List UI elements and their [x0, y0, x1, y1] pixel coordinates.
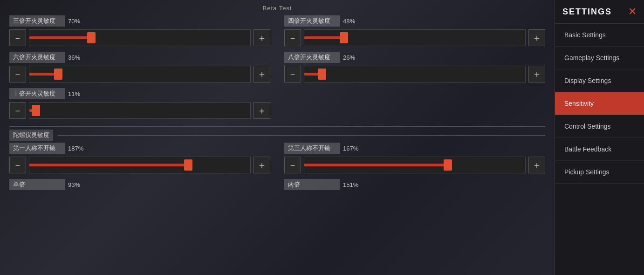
six-fire-track[interactable]: [29, 66, 251, 82]
quad-fire-plus[interactable]: ＋: [528, 29, 545, 46]
double-label: 两倍: [284, 179, 340, 190]
first-person-ns-minus[interactable]: －: [9, 157, 26, 173]
eight-fire-plus[interactable]: ＋: [528, 66, 545, 82]
triple-fire-minus[interactable]: －: [9, 29, 26, 46]
first-person-ns-track[interactable]: [29, 157, 251, 173]
first-person-ns-plus[interactable]: ＋: [253, 157, 270, 173]
third-person-ns-label: 第三人称不开镜: [284, 143, 340, 154]
gyro-divider: 陀螺仪灵敏度: [9, 126, 545, 141]
sidebar-item-control[interactable]: Control Settings: [555, 115, 644, 138]
eight-fire-value: 26%: [343, 54, 355, 61]
sidebar-item-sensitivity[interactable]: Sensitivity: [555, 92, 644, 115]
quad-fire-track[interactable]: [304, 29, 526, 46]
setting-eight-fire: 八倍开火灵敏度 26% － ＋: [284, 52, 545, 82]
setting-first-person-no-scope: 第一人称不开镜 187% － ＋: [9, 143, 270, 173]
triple-fire-track[interactable]: [29, 29, 251, 46]
sidebar-item-pickup[interactable]: Pickup Settings: [555, 161, 644, 184]
gyro-label: 陀螺仪灵敏度: [9, 130, 53, 141]
sidebar-item-basic[interactable]: Basic Settings: [555, 24, 644, 47]
double-value: 151%: [343, 181, 358, 188]
sidebar-item-battle[interactable]: Battle Feedback: [555, 138, 644, 161]
quad-fire-minus[interactable]: －: [284, 29, 301, 46]
ten-fire-value: 11%: [68, 90, 80, 97]
triple-fire-label: 三倍开火灵敏度: [9, 15, 65, 27]
setting-six-fire: 六倍开火灵敏度 36% － ＋: [9, 52, 270, 82]
sidebar-item-display[interactable]: Display Settings: [555, 69, 644, 92]
eight-fire-label: 八倍开火灵敏度: [284, 52, 340, 63]
six-fire-minus[interactable]: －: [9, 66, 26, 82]
ten-fire-plus[interactable]: ＋: [253, 102, 270, 119]
third-person-ns-value: 167%: [343, 145, 358, 152]
ten-fire-minus[interactable]: －: [9, 102, 26, 119]
close-icon[interactable]: ✕: [628, 6, 637, 18]
setting-single: 单倍 93%: [9, 179, 270, 193]
eight-fire-minus[interactable]: －: [284, 66, 301, 82]
quad-fire-value: 48%: [343, 18, 355, 25]
sidebar-item-gameplay[interactable]: Gameplay Settings: [555, 47, 644, 69]
setting-quad-fire: 四倍开火灵敏度 48% － ＋: [284, 15, 545, 46]
beta-test-label: Beta Test: [9, 5, 545, 12]
main-content: Beta Test 三倍开火灵敏度 70% － ＋ 四倍开火灵敏度 48%: [0, 0, 555, 275]
sidebar-title: SETTINGS: [562, 7, 612, 17]
ten-fire-label: 十倍开火灵敏度: [9, 88, 65, 99]
six-fire-value: 36%: [68, 54, 80, 61]
setting-third-person-no-scope: 第三人称不开镜 167% － ＋: [284, 143, 545, 173]
setting-ten-fire: 十倍开火灵敏度 11% － ＋: [9, 88, 270, 119]
quad-fire-label: 四倍开火灵敏度: [284, 15, 340, 27]
third-person-ns-track[interactable]: [304, 157, 526, 173]
single-value: 93%: [68, 181, 80, 188]
third-person-ns-minus[interactable]: －: [284, 157, 301, 173]
triple-fire-value: 70%: [68, 18, 80, 25]
eight-fire-track[interactable]: [304, 66, 526, 82]
six-fire-label: 六倍开火灵敏度: [9, 52, 65, 63]
sidebar-header: SETTINGS ✕: [555, 0, 644, 24]
single-label: 单倍: [9, 179, 65, 190]
triple-fire-plus[interactable]: ＋: [253, 29, 270, 46]
third-person-ns-plus[interactable]: ＋: [528, 157, 545, 173]
setting-double: 两倍 151%: [284, 179, 545, 193]
first-person-ns-value: 187%: [68, 145, 83, 152]
ten-fire-track[interactable]: [29, 102, 251, 119]
six-fire-plus[interactable]: ＋: [253, 66, 270, 82]
settings-grid: 三倍开火灵敏度 70% － ＋ 四倍开火灵敏度 48% －: [9, 15, 545, 199]
setting-triple-fire: 三倍开火灵敏度 70% － ＋: [9, 15, 270, 46]
first-person-ns-label: 第一人称不开镜: [9, 143, 65, 154]
sidebar: SETTINGS ✕ Basic Settings Gameplay Setti…: [555, 0, 644, 275]
